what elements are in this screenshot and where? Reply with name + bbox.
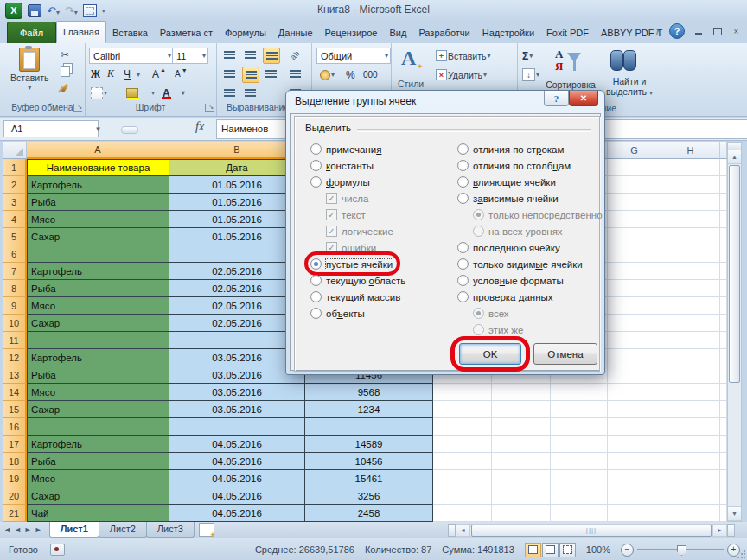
- ribbon-tab-6[interactable]: Рецензирое: [319, 22, 384, 43]
- dialog-help-button[interactable]: ?: [544, 91, 569, 106]
- vertical-scroll-thumb[interactable]: [729, 165, 740, 383]
- row-header-14[interactable]: 14: [3, 384, 27, 401]
- cell[interactable]: [720, 401, 727, 418]
- cell[interactable]: [720, 245, 727, 263]
- cell[interactable]: [720, 366, 727, 384]
- cell[interactable]: [551, 470, 608, 487]
- cell[interactable]: [720, 176, 727, 194]
- cell[interactable]: 04.05.2016: [169, 505, 305, 522]
- row-header-3[interactable]: 3: [3, 194, 27, 211]
- shrink-font-button[interactable]: А▼: [173, 67, 189, 81]
- cell[interactable]: [720, 505, 727, 522]
- radio-option-left-8[interactable]: текущую область: [310, 272, 405, 289]
- tab-split-handle[interactable]: [727, 524, 735, 537]
- cell[interactable]: [661, 159, 720, 176]
- cell[interactable]: [720, 263, 727, 280]
- radio-icon[interactable]: [457, 291, 469, 302]
- cell[interactable]: [661, 245, 720, 263]
- radio-icon[interactable]: [457, 258, 469, 270]
- cell[interactable]: Наименование товара: [27, 159, 169, 176]
- cell[interactable]: [661, 280, 720, 297]
- insert-function-icon[interactable]: fx: [195, 120, 204, 134]
- cell[interactable]: [720, 470, 727, 487]
- autosum-button[interactable]: Σ▾: [520, 48, 534, 63]
- next-sheet-icon[interactable]: ►: [24, 525, 32, 534]
- collapse-ribbon-icon[interactable]: ∧: [655, 27, 661, 36]
- cell[interactable]: Картофель: [27, 436, 169, 453]
- cell[interactable]: Рыба: [27, 453, 169, 470]
- cell[interactable]: [608, 263, 661, 280]
- grow-font-button[interactable]: А▲: [150, 67, 168, 81]
- normal-view-icon[interactable]: [525, 543, 541, 557]
- font-size-select[interactable]: 11▾: [172, 48, 208, 64]
- radio-option-right-1[interactable]: отличия по столбцам: [457, 157, 571, 174]
- resize-grip[interactable]: [737, 550, 745, 559]
- ribbon-tab-4[interactable]: Формулы: [219, 22, 272, 43]
- align-bottom-icon[interactable]: [263, 48, 280, 64]
- borders-button[interactable]: ▾: [89, 86, 109, 100]
- cell[interactable]: [720, 194, 727, 211]
- cell[interactable]: [433, 418, 492, 436]
- radio-icon[interactable]: [457, 242, 469, 253]
- scroll-down-icon[interactable]: ▼: [728, 506, 741, 521]
- cell[interactable]: Сахар: [27, 401, 169, 418]
- cell[interactable]: [551, 418, 608, 436]
- align-middle-icon[interactable]: [242, 48, 258, 62]
- cell[interactable]: [608, 315, 661, 332]
- cell[interactable]: Мясо: [27, 470, 169, 487]
- italic-button[interactable]: К: [105, 67, 116, 81]
- workbook-close-icon[interactable]: ×: [731, 27, 742, 36]
- radio-icon[interactable]: [457, 143, 469, 155]
- row-header-21[interactable]: 21: [3, 505, 27, 522]
- macro-record-icon[interactable]: [50, 544, 65, 556]
- save-icon[interactable]: [28, 4, 42, 17]
- radio-option-left-9[interactable]: текущий массив: [310, 289, 400, 305]
- sort-filter-label[interactable]: Сортировка: [538, 80, 603, 90]
- vertical-scrollbar[interactable]: ▲ ▼: [727, 142, 742, 522]
- underline-dropdown-icon[interactable]: ▾: [137, 71, 140, 79]
- radio-icon[interactable]: [457, 193, 469, 204]
- help-icon[interactable]: ?: [669, 23, 685, 39]
- cell[interactable]: Рыба: [27, 194, 169, 211]
- cell[interactable]: [492, 436, 551, 453]
- copy-icon[interactable]: [57, 64, 73, 79]
- cell[interactable]: [720, 297, 727, 315]
- cell[interactable]: [492, 418, 551, 436]
- cell[interactable]: [608, 418, 661, 436]
- row-header-10[interactable]: 10: [3, 315, 27, 332]
- cell[interactable]: [661, 401, 720, 418]
- cell[interactable]: [608, 211, 661, 228]
- redo-button[interactable]: ↷▾: [65, 5, 78, 16]
- workbook-minimize-icon[interactable]: [693, 27, 704, 36]
- cell[interactable]: [661, 418, 720, 436]
- cell[interactable]: 04.05.2016: [169, 487, 305, 505]
- cell[interactable]: 10456: [305, 453, 433, 470]
- insert-sheet-icon[interactable]: [199, 523, 214, 537]
- table-tool-icon[interactable]: [83, 4, 97, 17]
- cell[interactable]: [433, 470, 492, 487]
- font-color-button[interactable]: А▾: [161, 86, 187, 100]
- ribbon-tab-8[interactable]: Разработчи: [412, 22, 476, 43]
- cell[interactable]: 9568: [305, 384, 433, 401]
- sheet-tab-3[interactable]: Лист3: [146, 522, 195, 538]
- cell[interactable]: [720, 384, 727, 401]
- cell[interactable]: [608, 384, 661, 401]
- number-format-select[interactable]: Общий▾: [316, 48, 391, 64]
- select-all-corner[interactable]: [3, 142, 27, 159]
- radio-option-right-0[interactable]: отличия по строкам: [457, 141, 564, 157]
- cell[interactable]: [551, 453, 608, 470]
- font-family-select[interactable]: Calibri▾: [89, 48, 174, 64]
- radio-icon[interactable]: [310, 143, 322, 155]
- zoom-level[interactable]: 100%: [586, 544, 610, 555]
- cell[interactable]: 04.05.2016: [169, 436, 305, 453]
- cell[interactable]: 03.05.2016: [169, 401, 305, 418]
- cell[interactable]: [608, 280, 661, 297]
- zoom-out-icon[interactable]: −: [621, 544, 634, 557]
- cell[interactable]: 04.05.2016: [169, 470, 305, 487]
- cell[interactable]: [608, 401, 661, 418]
- radio-icon[interactable]: [310, 176, 322, 188]
- radio-option-left-10[interactable]: объекты: [310, 305, 365, 321]
- row-header-9[interactable]: 9: [3, 297, 27, 315]
- radio-icon[interactable]: [310, 308, 322, 319]
- cell[interactable]: Сахар: [27, 228, 169, 245]
